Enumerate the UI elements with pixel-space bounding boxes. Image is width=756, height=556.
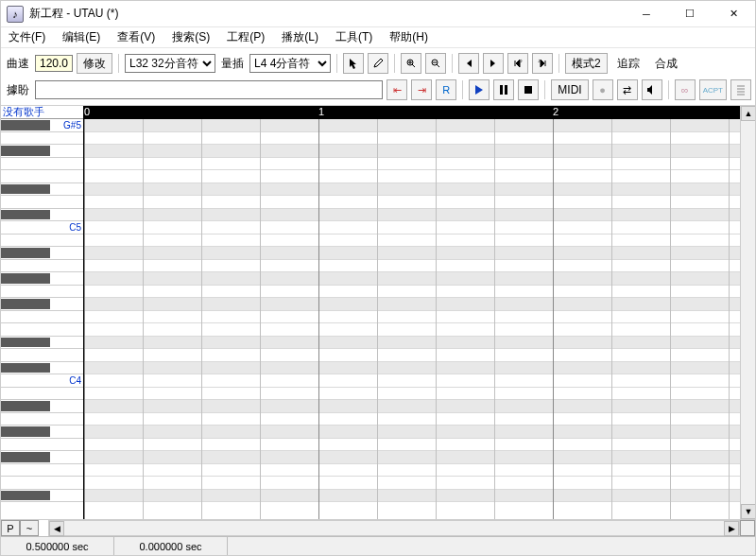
horizontal-scrollbar[interactable]: ◀ ▶ bbox=[48, 520, 740, 536]
separator bbox=[118, 54, 119, 73]
maximize-button[interactable]: ☐ bbox=[668, 1, 712, 26]
scroll-up-button[interactable]: ▲ bbox=[741, 106, 755, 121]
separator bbox=[394, 54, 395, 73]
note-grid[interactable] bbox=[84, 119, 740, 519]
scroll-left-button[interactable]: ◀ bbox=[49, 521, 64, 536]
pencil-tool-button[interactable] bbox=[368, 53, 388, 74]
app-icon: ♪ bbox=[7, 6, 24, 23]
trace-button[interactable]: 追踪 bbox=[611, 53, 645, 74]
synth-button[interactable]: 合成 bbox=[649, 53, 683, 74]
piano-keyboard[interactable]: G#5C5C4 bbox=[1, 119, 83, 519]
mode2-button[interactable]: 模式2 bbox=[565, 53, 608, 74]
quantize-select[interactable]: L32 32分音符 bbox=[125, 54, 215, 73]
piano-roll: 没有歌手 G#5C5C4 012 ▲ ▼ bbox=[1, 106, 755, 519]
menu-project[interactable]: 工程(P) bbox=[223, 27, 268, 47]
zoom-in-button[interactable] bbox=[401, 53, 421, 74]
menu-bar: 文件(F) 编辑(E) 查看(V) 搜索(S) 工程(P) 播放(L) 工具(T… bbox=[1, 27, 755, 48]
scroll-right-button[interactable]: ▶ bbox=[724, 521, 739, 536]
next-note-button[interactable]: ♪ bbox=[532, 53, 553, 74]
svg-text:♪: ♪ bbox=[538, 58, 541, 63]
play-button[interactable] bbox=[469, 79, 490, 100]
toolbar-row-2: 據盼 ⇤ ⇥ R MIDI ● ⇄ ∞ ACPT bbox=[5, 78, 751, 102]
separator bbox=[336, 54, 337, 73]
p-toggle[interactable]: P bbox=[1, 520, 20, 536]
go-start-button[interactable] bbox=[458, 53, 479, 74]
main-area: 没有歌手 G#5C5C4 012 ▲ ▼ P ~ ◀ ▶ bbox=[1, 106, 755, 536]
lyric-label: 據盼 bbox=[7, 82, 29, 98]
region-b-button[interactable]: ⇥ bbox=[411, 79, 432, 100]
menu-play[interactable]: 播放(L) bbox=[278, 27, 322, 47]
midi-button[interactable]: MIDI bbox=[551, 79, 588, 100]
svg-rect-5 bbox=[505, 85, 507, 95]
speaker-button[interactable] bbox=[642, 79, 662, 100]
title-bar: ♪ 新工程 - UTAU (*) ─ ☐ ✕ bbox=[1, 1, 755, 27]
corner-box bbox=[740, 520, 755, 536]
go-end-button[interactable] bbox=[483, 53, 504, 74]
settings-icon[interactable] bbox=[730, 79, 751, 100]
separator bbox=[452, 54, 453, 73]
window-title: 新工程 - UTAU (*) bbox=[29, 6, 625, 22]
svg-rect-6 bbox=[524, 86, 532, 94]
stop-button[interactable] bbox=[518, 79, 539, 100]
grid-area: 012 bbox=[84, 106, 740, 519]
minimize-button[interactable]: ─ bbox=[625, 1, 668, 26]
toolbar-row-1: 曲速 修改 L32 32分音符 量插 L4 4分音符 ♪ ♪ 模式2 追 bbox=[5, 51, 751, 76]
left-column: 没有歌手 G#5C5C4 bbox=[1, 106, 84, 519]
prev-note-button[interactable]: ♪ bbox=[507, 53, 528, 74]
insert-label: 量插 bbox=[221, 56, 244, 72]
menu-view[interactable]: 查看(V) bbox=[113, 27, 159, 47]
menu-file[interactable]: 文件(F) bbox=[5, 27, 49, 47]
vertical-scrollbar[interactable]: ▲ ▼ bbox=[740, 106, 755, 519]
pause-button[interactable] bbox=[493, 79, 514, 100]
tempo-input[interactable] bbox=[35, 55, 73, 72]
menu-search[interactable]: 搜索(S) bbox=[168, 27, 214, 47]
close-button[interactable]: ✕ bbox=[712, 1, 755, 26]
svg-text:♪: ♪ bbox=[520, 58, 523, 63]
tempo-label: 曲速 bbox=[7, 56, 29, 72]
menu-tools[interactable]: 工具(T) bbox=[332, 27, 376, 47]
pointer-tool-button[interactable] bbox=[343, 53, 364, 74]
window-buttons: ─ ☐ ✕ bbox=[625, 1, 755, 26]
status-bar: 0.500000 sec 0.000000 sec bbox=[1, 536, 755, 555]
time-ruler[interactable]: 012 bbox=[84, 106, 740, 119]
lyric-input[interactable] bbox=[35, 80, 383, 99]
length-select[interactable]: L4 4分音符 bbox=[249, 54, 331, 73]
status-time-2: 0.000000 sec bbox=[114, 537, 228, 555]
acpt-button[interactable]: ACPT bbox=[699, 79, 727, 100]
separator bbox=[462, 80, 463, 99]
separator bbox=[544, 80, 545, 99]
zoom-out-button[interactable] bbox=[425, 53, 446, 74]
bottom-controls: P ~ ◀ ▶ bbox=[1, 519, 755, 536]
separator bbox=[558, 54, 559, 73]
separator bbox=[668, 80, 669, 99]
scroll-down-button[interactable]: ▼ bbox=[741, 504, 755, 519]
modify-button[interactable]: 修改 bbox=[77, 53, 112, 74]
tilde-toggle[interactable]: ~ bbox=[20, 520, 39, 536]
loop-button[interactable]: ⇄ bbox=[617, 79, 638, 100]
svg-rect-4 bbox=[500, 85, 503, 95]
infinity-button[interactable]: ∞ bbox=[675, 79, 696, 100]
singer-label[interactable]: 没有歌手 bbox=[1, 106, 83, 119]
record-button[interactable]: ● bbox=[593, 79, 613, 100]
menu-help[interactable]: 帮助(H) bbox=[386, 27, 432, 47]
region-a-button[interactable]: ⇤ bbox=[387, 79, 407, 100]
status-time-1: 0.500000 sec bbox=[1, 537, 114, 555]
menu-edit[interactable]: 编辑(E) bbox=[59, 27, 104, 47]
r-button[interactable]: R bbox=[436, 79, 456, 100]
toolbar: 曲速 修改 L32 32分音符 量插 L4 4分音符 ♪ ♪ 模式2 追 bbox=[1, 48, 755, 106]
